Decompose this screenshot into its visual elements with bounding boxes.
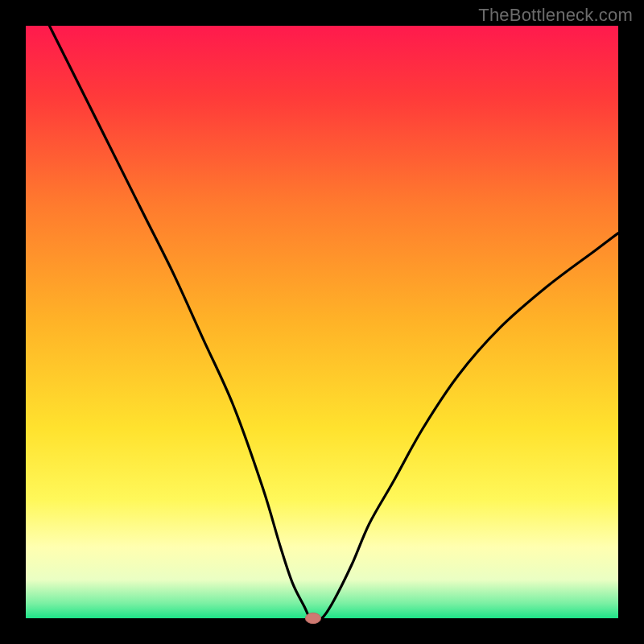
chart-frame: TheBottleneck.com bbox=[0, 0, 644, 644]
chart-svg bbox=[0, 0, 644, 644]
optimal-marker bbox=[305, 613, 320, 623]
plot-area bbox=[26, 26, 618, 618]
watermark-text: TheBottleneck.com bbox=[478, 5, 633, 26]
